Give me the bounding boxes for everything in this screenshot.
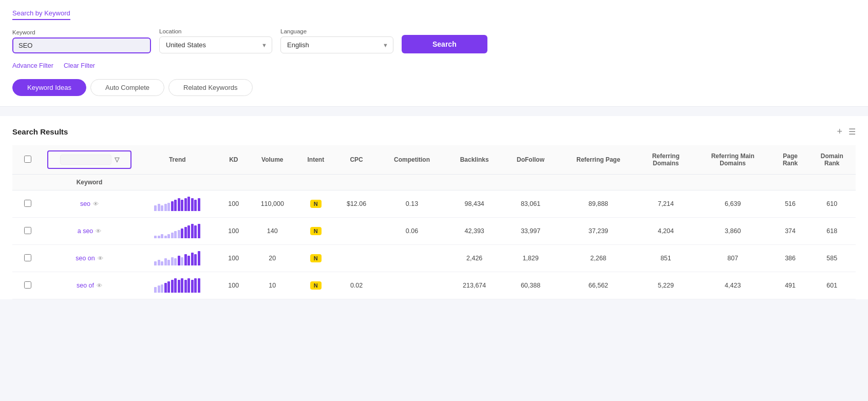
trend-cell [136, 190, 219, 218]
table-row: seo of 👁10010N0.02213,67460,38866,5625,2… [12, 272, 856, 299]
referring-page-cell: 66,562 [558, 272, 638, 299]
domain-rank-cell: 601 [808, 272, 856, 299]
list-view-icon[interactable]: ☰ [848, 127, 856, 137]
row-checkbox[interactable] [24, 227, 31, 234]
referring-main-cell: 6,639 [693, 190, 772, 218]
cpc-cell [335, 245, 378, 272]
backlinks-cell: 213,674 [446, 272, 503, 299]
location-select-wrap: United States ▼ [159, 36, 272, 53]
keyword-cell: a seo 👁 [43, 218, 136, 245]
col-backlinks: Backlinks [446, 145, 503, 175]
volume-cell: 140 [248, 218, 296, 245]
col-kd: KD [219, 145, 248, 175]
page-rank-cell: 516 [772, 190, 808, 218]
search-by-keyword-tab[interactable]: Search by Keyword [12, 9, 70, 20]
clear-filter-link[interactable]: Clear Filter [64, 62, 95, 69]
col-competition: Competition [378, 145, 446, 175]
keyword-cell: seo of 👁 [43, 272, 136, 299]
select-all-checkbox[interactable] [24, 156, 31, 163]
referring-domains-cell: 7,214 [638, 190, 693, 218]
language-select[interactable]: English [280, 36, 393, 53]
keyword-cell: seo 👁 [43, 190, 136, 218]
eye-icon[interactable]: 👁 [98, 255, 103, 261]
eye-icon[interactable]: 👁 [96, 228, 101, 234]
page-rank-cell: 491 [772, 272, 808, 299]
col-page-rank: PageRank [772, 145, 808, 175]
referring-main-cell: 4,423 [693, 272, 772, 299]
col-referring-domains: ReferringDomains [638, 145, 693, 175]
keyword-cell: seo on 👁 [43, 245, 136, 272]
intent-cell: N [296, 190, 335, 218]
eye-icon[interactable]: 👁 [93, 201, 99, 207]
keyword-label: Keyword [12, 29, 151, 35]
language-select-wrap: English ▼ [280, 36, 393, 53]
referring-main-cell: 3,860 [693, 218, 772, 245]
results-title: Search Results [12, 127, 68, 136]
cpc-cell [335, 218, 378, 245]
col-intent: Intent [296, 145, 335, 175]
keyword-link[interactable]: seo of 👁 [47, 282, 131, 289]
intent-cell: N [296, 272, 335, 299]
backlinks-cell: 2,426 [446, 245, 503, 272]
kd-cell: 100 [219, 245, 248, 272]
referring-domains-cell: 5,229 [638, 272, 693, 299]
keyword-link[interactable]: seo 👁 [47, 200, 131, 207]
col-trend: Trend [136, 145, 219, 175]
competition-cell: 0.13 [378, 190, 446, 218]
page-rank-cell: 386 [772, 245, 808, 272]
col-referring-page: Referring Page [558, 145, 638, 175]
referring-domains-cell: 851 [638, 245, 693, 272]
cpc-cell: $12.06 [335, 190, 378, 218]
keyword-input[interactable] [18, 42, 145, 49]
dofollow-cell: 83,061 [503, 190, 558, 218]
col-checkbox [12, 145, 43, 175]
add-icon[interactable]: + [837, 126, 842, 137]
referring-domains-cell: 4,204 [638, 218, 693, 245]
location-label: Location [159, 28, 272, 34]
intent-badge: N [310, 281, 322, 290]
advance-filter-link[interactable]: Advance Filter [12, 62, 53, 70]
domain-rank-cell: 618 [808, 218, 856, 245]
row-checkbox[interactable] [24, 254, 31, 261]
competition-cell [378, 272, 446, 299]
table-row: seo on 👁10020N2,4261,8292,26885180738658… [12, 245, 856, 272]
keyword-filter-input[interactable] [60, 155, 111, 165]
competition-cell [378, 245, 446, 272]
trend-cell [136, 272, 219, 299]
filter-icon[interactable]: ▽ [115, 156, 119, 163]
location-select[interactable]: United States [159, 36, 272, 53]
search-button[interactable]: Search [402, 35, 487, 53]
volume-cell: 10 [248, 272, 296, 299]
eye-icon[interactable]: 👁 [97, 282, 102, 289]
tab-keyword-ideas[interactable]: Keyword Ideas [12, 79, 86, 96]
dofollow-cell: 1,829 [503, 245, 558, 272]
col-keyword-header: ▽ [43, 145, 136, 175]
intent-badge: N [310, 254, 322, 262]
col-cpc: CPC [335, 145, 378, 175]
domain-rank-cell: 610 [808, 190, 856, 218]
row-checkbox[interactable] [24, 200, 31, 207]
tab-related-keywords[interactable]: Related Keywords [168, 79, 253, 96]
trend-cell [136, 245, 219, 272]
intent-badge: N [310, 200, 322, 208]
intent-cell: N [296, 245, 335, 272]
col-domain-rank: DomainRank [808, 145, 856, 175]
keyword-link[interactable]: seo on 👁 [47, 255, 131, 262]
referring-page-cell: 2,268 [558, 245, 638, 272]
volume-cell: 20 [248, 245, 296, 272]
row-checkbox[interactable] [24, 281, 31, 289]
kd-cell: 100 [219, 218, 248, 245]
col-referring-main-domains: Referring MainDomains [693, 145, 772, 175]
cpc-cell: 0.02 [335, 272, 378, 299]
backlinks-cell: 98,434 [446, 190, 503, 218]
table-row: a seo 👁100140N0.0642,39333,99737,2394,20… [12, 218, 856, 245]
intent-cell: N [296, 218, 335, 245]
referring-main-cell: 807 [693, 245, 772, 272]
tab-auto-complete[interactable]: Auto Complete [90, 79, 164, 96]
trend-cell [136, 218, 219, 245]
page-rank-cell: 374 [772, 218, 808, 245]
language-label: Language [280, 28, 393, 34]
keyword-link[interactable]: a seo 👁 [47, 227, 131, 235]
dofollow-cell: 60,388 [503, 272, 558, 299]
intent-badge: N [310, 227, 322, 235]
